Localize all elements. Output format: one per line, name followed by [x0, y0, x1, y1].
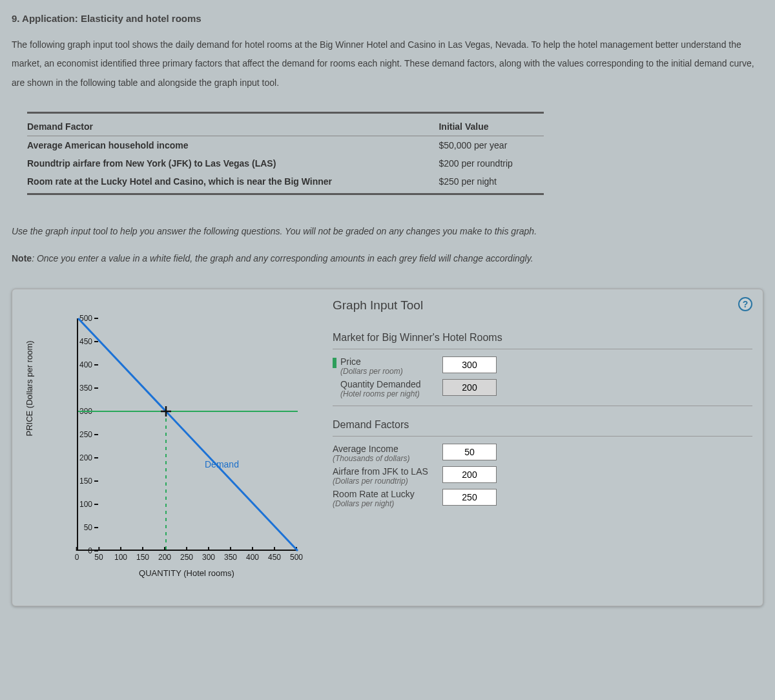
lucky-input[interactable] — [442, 489, 497, 506]
table-row: Room rate at the Lucky Hotel and Casino,… — [27, 172, 544, 190]
x-tick: 100 — [114, 553, 127, 562]
instruction-note: Note: Once you enter a value in a white … — [12, 248, 763, 269]
x-tick: 200 — [158, 553, 171, 562]
table-row: Average American household income $50,00… — [27, 136, 544, 155]
demand-factor-table: Demand Factor Initial Value Average Amer… — [27, 112, 544, 195]
price-label: Price — [340, 356, 403, 367]
x-tick: 150 — [136, 553, 149, 562]
price-swatch-icon — [333, 358, 336, 368]
table-row: Roundtrip airfare from New York (JFK) to… — [27, 154, 544, 172]
chart-panel: PRICE (Dollars per room) QUANTITY (Hotel… — [12, 289, 322, 606]
plot-area[interactable]: Demand — [77, 318, 296, 551]
note-label: Note — [12, 253, 32, 263]
x-tick: 350 — [224, 553, 237, 562]
question-title: 9. Application: Elasticity and hotel roo… — [12, 13, 763, 24]
lucky-sublabel: (Dollars per night) — [333, 499, 415, 508]
market-section-label: Market for Big Winner's Hotel Rooms — [333, 327, 752, 349]
airfare-input[interactable] — [442, 466, 497, 483]
value-cell: $50,000 per year — [439, 136, 544, 155]
tool-title: Graph Input Tool — [333, 298, 752, 313]
x-tick: 400 — [246, 553, 259, 562]
demand-chart[interactable]: PRICE (Dollars per room) QUANTITY (Hotel… — [38, 315, 316, 599]
value-cell: $200 per roundtrip — [439, 154, 544, 172]
x-tick: 450 — [268, 553, 281, 562]
note-text: : Once you enter a value in a white fiel… — [32, 253, 533, 263]
price-input[interactable] — [442, 356, 497, 373]
instruction-line: Use the graph input tool to help you ans… — [12, 221, 763, 242]
input-panel: Graph Input Tool Market for Big Winner's… — [322, 289, 763, 606]
factor-cell: Roundtrip airfare from New York (JFK) to… — [27, 154, 439, 172]
y-axis-label: PRICE (Dollars per room) — [25, 340, 34, 436]
value-cell: $250 per night — [439, 172, 544, 190]
svg-line-2 — [78, 318, 298, 551]
col-header-factor: Demand Factor — [27, 116, 439, 136]
help-icon[interactable]: ? — [738, 297, 752, 311]
x-tick: 50 — [94, 553, 103, 562]
price-sublabel: (Dollars per room) — [340, 367, 403, 376]
quantity-sublabel: (Hotel rooms per night) — [340, 389, 421, 398]
demand-factors-section: Average Income (Thousands of dollars) Ai… — [333, 436, 752, 515]
lucky-label: Room Rate at Lucky — [333, 489, 415, 499]
question-intro: The following graph input tool shows the… — [12, 36, 763, 92]
graph-input-tool: ? PRICE (Dollars per room) QUANTITY (Hot… — [12, 289, 763, 606]
income-label: Average Income — [333, 444, 409, 454]
income-input[interactable] — [442, 444, 497, 460]
col-header-value: Initial Value — [439, 116, 544, 136]
x-tick: 0 — [75, 553, 79, 562]
airfare-sublabel: (Dollars per roundtrip) — [333, 477, 428, 486]
x-tick: 300 — [202, 553, 215, 562]
quantity-label: Quantity Demanded — [340, 379, 421, 389]
x-tick: 250 — [180, 553, 193, 562]
airfare-label: Airfare from JFK to LAS — [333, 466, 428, 477]
factor-cell: Room rate at the Lucky Hotel and Casino,… — [27, 172, 439, 190]
x-tick: 500 — [290, 553, 303, 562]
quantity-output — [442, 379, 497, 396]
x-axis-label: QUANTITY (Hotel rooms) — [77, 568, 296, 578]
factor-cell: Average American household income — [27, 136, 439, 155]
market-section: Price (Dollars per room) Quantity Demand… — [333, 349, 752, 406]
demand-factors-label: Demand Factors — [333, 414, 752, 436]
legend-demand: Demand — [205, 459, 239, 469]
income-sublabel: (Thousands of dollars) — [333, 454, 409, 463]
chart-svg — [78, 318, 298, 551]
